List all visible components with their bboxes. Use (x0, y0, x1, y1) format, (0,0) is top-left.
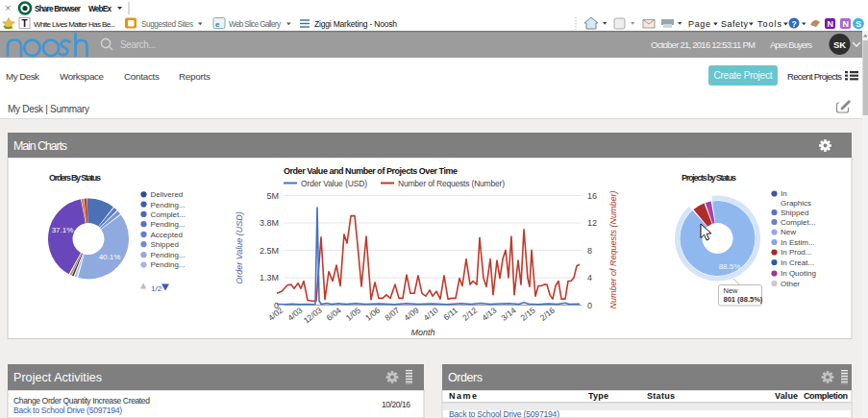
svg-text:Pending...: Pending... (151, 251, 186, 259)
svg-text:12: 12 (587, 218, 597, 228)
svg-text:Create Project: Create Project (714, 70, 773, 81)
svg-text:?: ? (792, 19, 797, 29)
svg-text:1.3M: 1.3M (260, 273, 279, 283)
svg-text:Contacts[interactable]: Contacts (124, 71, 160, 82)
svg-text:10/20/16: 10/20/16 (382, 400, 410, 409)
svg-text:3.8M: 3.8M (260, 218, 279, 228)
svg-text:My Desk | Summary: My Desk | Summary (8, 104, 89, 114)
svg-text:Orders: Orders (448, 371, 483, 384)
svg-text:Orders By Status: Orders By Status (49, 173, 101, 183)
svg-text:16: 16 (587, 191, 597, 201)
svg-text:Other: Other (781, 280, 800, 288)
svg-text:Page: Page (688, 19, 710, 29)
grip2 (841, 370, 848, 384)
scrollbar (862, 31, 868, 418)
svg-text:1/2: 1/2 (151, 284, 162, 293)
svg-text:In Quoting: In Quoting (781, 269, 816, 278)
svg-text:In Creat...: In Creat... (781, 258, 814, 267)
project-activities-panel: Project Activities Change Order Quantity… (8, 364, 424, 418)
svg-text:Change Order Quantity Increase: Change Order Quantity Increase Created (13, 396, 150, 406)
app-header: Search... October 21, 2016 12:53:11 PM A… (0, 31, 868, 58)
svg-text:Delivered: Delivered (151, 190, 184, 199)
orders-panel: Orders Name Type Status Value Completion… (442, 364, 852, 418)
svg-text:Suggested Sites: Suggested Sites (141, 20, 193, 29)
svg-text:40.1%: 40.1% (99, 253, 121, 261)
svg-text:In: In (781, 189, 787, 198)
svg-text:2.5M: 2.5M (260, 246, 279, 256)
webex-toolbar: × Share Browser WebEx (0, 0, 868, 16)
svg-text:Project Activities: Project Activities (13, 371, 102, 384)
svg-text:Ziggi Marketing - Noosh: Ziggi Marketing - Noosh (314, 19, 397, 29)
svg-text:In Prod...: In Prod... (781, 248, 811, 257)
svg-text:New: New (781, 228, 796, 236)
noosh-dashboard-page: × Share Browser WebEx T White Lives Matt… (0, 0, 868, 418)
svg-text:Month: Month (410, 328, 434, 337)
svg-text:Pending...: Pending... (151, 260, 186, 269)
svg-text:Order Value (USD): Order Value (USD) (235, 211, 244, 284)
svg-text:×: × (5, 2, 11, 13)
svg-text:Number of Requests (Number): Number of Requests (Number) (608, 190, 618, 308)
svg-text:8: 8 (587, 246, 592, 256)
svg-text:Projects by Status: Projects by Status (682, 173, 736, 183)
svg-text:Order Value and Number of Proj: Order Value and Number of Projects Over … (284, 166, 458, 176)
grip (406, 370, 412, 384)
svg-text:Pending...: Pending... (151, 220, 186, 229)
recent-projects-icon (845, 71, 858, 80)
svg-text:4: 4 (587, 273, 592, 283)
svg-text:0: 0 (587, 301, 592, 310)
svg-text:Back to School Drive (5097194)[interactable]: Back to School Drive (5097194) (449, 409, 559, 418)
svg-text:My Desk[interactable]: My Desk (6, 71, 39, 82)
svg-text:Search...: Search... (120, 39, 156, 50)
svg-text:Reports[interactable]: Reports (179, 71, 211, 82)
svg-text:Pending...: Pending... (151, 201, 186, 209)
svg-text:Graphics: Graphics (781, 199, 811, 208)
svg-text:Status: Status (647, 391, 675, 401)
svg-text:Main Charts: Main Charts (13, 139, 67, 153)
svg-text:5M: 5M (266, 191, 279, 201)
svg-text:October 21, 2016 12:53:11 PM: October 21, 2016 12:53:11 PM (651, 39, 756, 50)
svg-text:SK: SK (833, 39, 846, 50)
svg-text:Value: Value (775, 391, 798, 401)
svg-text:Shipped: Shipped (781, 209, 808, 217)
svg-text:801 (88.5%): 801 (88.5%) (724, 295, 763, 304)
svg-text:Back to School Drive (5097194)[interactable]: Back to School Drive (5097194) (13, 406, 122, 415)
svg-text:Complet...: Complet... (151, 210, 186, 219)
create-project-button[interactable]: Create Project (708, 65, 778, 86)
svg-text:Tools: Tools (757, 19, 782, 29)
svg-text:T: T (22, 18, 28, 29)
svg-text:Complet...: Complet... (781, 218, 815, 227)
svg-text:Completion: Completion (804, 391, 848, 401)
svg-text:Workspace[interactable]: Workspace (60, 71, 105, 82)
svg-text:N: N (828, 19, 834, 29)
svg-text:Name: Name (449, 391, 477, 401)
svg-text:White Lives Matter Has Be...: White Lives Matter Has Be... (34, 20, 115, 29)
svg-text:N: N (843, 19, 850, 29)
svg-text:In Estim...: In Estim... (781, 238, 815, 247)
svg-text:88.5%: 88.5% (719, 262, 741, 271)
svg-text:New: New (724, 286, 739, 295)
svg-text:Shipped: Shipped (151, 240, 179, 249)
svg-text:Order Value (USD): Order Value (USD) (301, 179, 367, 188)
svg-text:Accepted: Accepted (151, 231, 183, 239)
svg-text:S: S (856, 19, 861, 29)
svg-text:e: e (215, 20, 220, 29)
svg-text:Share Browser: Share Browser (35, 5, 82, 13)
svg-text:WebEx: WebEx (88, 5, 112, 13)
svg-text:Recent Projects[interactable]: Recent Projects (787, 71, 842, 82)
primary-nav: My Desk Workspace Contacts Reports Creat… (0, 58, 862, 119)
svg-text:Safety: Safety (721, 19, 749, 29)
svg-text:Web Slice Gallery: Web Slice Gallery (229, 20, 282, 29)
svg-text:Number of Requests (Number): Number of Requests (Number) (398, 179, 505, 188)
svg-text:37.1%: 37.1% (52, 226, 74, 234)
svg-text:Type: Type (588, 391, 608, 401)
svg-text:Apex Buyers: Apex Buyers (770, 39, 812, 50)
